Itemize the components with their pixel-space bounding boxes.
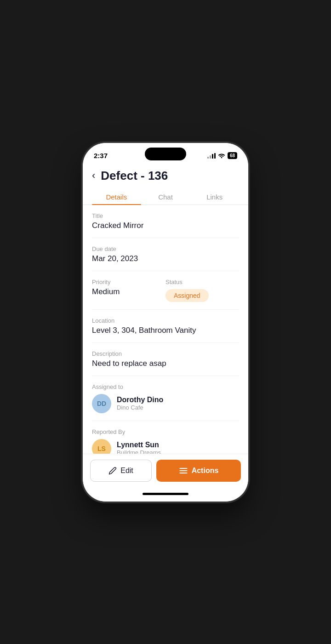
reported-by-info: Lynnett Sun Buildme Dreams <box>117 441 161 454</box>
status-time: 2:37 <box>94 152 108 160</box>
assigned-to-name: Dorothy Dino <box>117 396 163 404</box>
actions-button[interactable]: Actions <box>156 460 241 482</box>
signal-bar-3 <box>212 154 213 159</box>
due-date-value: Mar 20, 2023 <box>92 254 239 263</box>
actions-icon <box>179 466 188 475</box>
assigned-to-person-row: DD Dorothy Dino Dino Cafe <box>92 394 239 413</box>
due-date-field: Due date Mar 20, 2023 <box>92 238 239 271</box>
reported-by-name: Lynnett Sun <box>117 441 161 449</box>
wifi-icon <box>218 152 225 160</box>
reported-by-field: Reported By LS Lynnett Sun Buildme Dream… <box>92 421 239 454</box>
status-field: Status Assigned <box>166 279 239 302</box>
phone-frame: 2:37 68 <box>83 143 248 502</box>
edit-icon <box>108 467 117 475</box>
title-value: Cracked Mirror <box>92 221 239 230</box>
status-bar: 2:37 68 <box>83 143 248 165</box>
signal-bar-2 <box>210 155 211 159</box>
content-area: Title Cracked Mirror Due date Mar 20, 20… <box>83 205 248 454</box>
reported-by-avatar: LS <box>92 439 111 454</box>
assigned-to-info: Dorothy Dino Dino Cafe <box>117 396 163 411</box>
assigned-to-avatar: DD <box>92 394 111 413</box>
status-badge: Assigned <box>166 289 209 302</box>
title-label: Title <box>92 212 239 219</box>
description-value: Need to replace asap <box>92 359 239 368</box>
status-icons: 68 <box>207 152 237 160</box>
due-date-label: Due date <box>92 245 239 252</box>
signal-bar-4 <box>214 153 216 159</box>
battery-icon: 68 <box>228 152 237 159</box>
actions-label: Actions <box>192 467 219 475</box>
bottom-bar: Edit Actions <box>83 454 248 493</box>
description-label: Description <box>92 350 239 357</box>
title-field: Title Cracked Mirror <box>92 205 239 238</box>
tab-details[interactable]: Details <box>92 188 141 205</box>
location-field: Location Level 3, 304, Bathroom Vanity <box>92 310 239 343</box>
location-value: Level 3, 304, Bathroom Vanity <box>92 326 239 335</box>
edit-label: Edit <box>120 467 133 475</box>
priority-status-row: Priority Medium Status Assigned <box>92 271 239 310</box>
assigned-to-org: Dino Cafe <box>117 404 163 411</box>
page-title: Defect - 136 <box>101 169 168 183</box>
tabs: Details Chat Links <box>83 188 248 205</box>
edit-button[interactable]: Edit <box>90 460 152 482</box>
tab-links[interactable]: Links <box>190 188 239 205</box>
description-field: Description Need to replace asap <box>92 343 239 376</box>
dynamic-island <box>145 148 186 160</box>
back-button[interactable]: ‹ <box>92 170 95 182</box>
header: ‹ Defect - 136 <box>83 165 248 188</box>
status-label: Status <box>166 279 239 285</box>
signal-bar-1 <box>207 157 209 159</box>
priority-field: Priority Medium <box>92 279 166 296</box>
tab-chat[interactable]: Chat <box>141 188 190 205</box>
priority-value: Medium <box>92 287 166 296</box>
phone-screen: 2:37 68 <box>83 143 248 502</box>
assigned-to-field: Assigned to DD Dorothy Dino Dino Cafe <box>92 376 239 421</box>
signal-bars-icon <box>207 153 216 159</box>
priority-label: Priority <box>92 279 166 285</box>
reported-by-person-row: LS Lynnett Sun Buildme Dreams <box>92 439 239 454</box>
assigned-to-label: Assigned to <box>92 383 239 390</box>
reported-by-label: Reported By <box>92 428 239 435</box>
home-indicator-container <box>83 493 248 502</box>
home-indicator <box>143 493 188 495</box>
reported-by-org: Buildme Dreams <box>117 449 161 454</box>
location-label: Location <box>92 317 239 324</box>
